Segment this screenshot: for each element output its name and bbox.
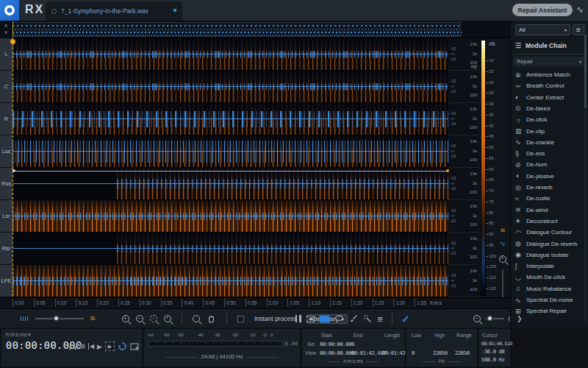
spectrogram-channel-Rss[interactable] (12, 168, 448, 200)
module-item-dialogue-isolate[interactable]: ◉Dialogue Isolate (515, 250, 580, 261)
module-item-de-plosive[interactable]: ◖De-plosive (515, 171, 580, 182)
sidebar-scrollbar[interactable] (584, 24, 587, 322)
magic-wand-tool[interactable] (363, 314, 372, 323)
spectrogram-channel-Rsr[interactable] (12, 233, 448, 265)
module-item-de-ess[interactable]: §De-ess (515, 148, 580, 159)
module-item-de-click[interactable]: ☼De-click (515, 114, 580, 125)
cursor-time: 00:01:40.519 (481, 341, 512, 346)
zoom-in-button[interactable]: + (122, 315, 129, 322)
meter-clip-indicator[interactable] (284, 342, 288, 346)
module-menu-button[interactable]: ≡ (573, 24, 584, 35)
blend-slider-knob[interactable] (53, 315, 60, 322)
spectrogram-channel-L[interactable] (12, 38, 448, 71)
spectrogram-blend-icon[interactable]: ≋ (90, 315, 96, 322)
module-item-de-clip[interactable]: ▥De-clip (515, 126, 580, 137)
channel-label-C[interactable]: C (0, 71, 12, 102)
play-selection-button[interactable]: ▶ (105, 342, 115, 351)
spectrogram-channel-C[interactable] (12, 71, 448, 103)
timeline-ruler[interactable]: h:m:s 0:000:050:100:150:200:250:300:350:… (0, 297, 510, 308)
module-item-spectral-repair[interactable]: ⊞Spectral Repair (515, 305, 580, 316)
repair-assistant-button[interactable]: Repair Assistant (512, 4, 573, 16)
module-item-dialogue-contour[interactable]: ◠Dialogue Contour (515, 227, 580, 238)
level-meter-bar (148, 341, 282, 347)
spectrogram-channel-R[interactable] (12, 103, 448, 135)
frequency-selection-tool-active[interactable] (320, 316, 329, 322)
time-format-label[interactable]: h:m:s.ms ▾ (6, 332, 142, 338)
spectrogram-canvas[interactable] (12, 38, 448, 297)
timeline-tick: 1:10 (309, 299, 320, 307)
module-item-dialogue-de-reverb[interactable]: ◍Dialogue De-reverb (515, 238, 580, 250)
lasso-tool[interactable] (334, 315, 344, 323)
module-item-center-extract[interactable]: ◐Center Extract (515, 92, 580, 103)
module-item-ambience-match[interactable]: ⊕Ambience Match (515, 69, 580, 80)
module-item-de-reverb[interactable]: ◎De-reverb (515, 182, 580, 193)
apply-check-icon[interactable]: ✓ (401, 314, 409, 325)
vertical-zoom-in-icon[interactable]: + (497, 255, 509, 263)
module-item-de-bleed[interactable]: ⊙De-bleed (515, 103, 580, 114)
zoom-selection-button[interactable]: ▫ (150, 315, 157, 322)
module-chain-item[interactable]: ☰ Module Chain (515, 40, 584, 52)
channel-label-LFE[interactable]: LFE (0, 265, 12, 297)
col-high: High (434, 333, 445, 338)
spectrogram-channel-Lsr[interactable] (12, 200, 448, 233)
zoom-reset-button[interactable]: * (164, 315, 171, 322)
overview-strip[interactable]: ∧∨ (0, 21, 510, 38)
scale-tick: -10 (450, 241, 456, 245)
split-handle-dot[interactable] (446, 169, 449, 172)
playhead-marker[interactable] (10, 39, 15, 44)
waveform-blend-icon[interactable] (21, 315, 29, 322)
channel-label-Lss[interactable]: Lss (0, 135, 12, 167)
repair-section-header[interactable]: Repair ▾ (514, 57, 584, 66)
module-filter-select[interactable]: All ▾ (515, 24, 570, 35)
waveform-view-icon[interactable]: ∿ (497, 240, 509, 247)
attenuation-lines-tool[interactable]: ≣ (377, 315, 383, 323)
hand-tool-button[interactable] (207, 314, 216, 324)
return-to-start-button[interactable]: ◀ (88, 343, 94, 350)
dialogue-isolate-icon: ◉ (515, 251, 526, 258)
legend-tick: 30 (489, 102, 494, 106)
monitor-headphones-button[interactable] (68, 342, 77, 350)
module-item-breath-control[interactable]: ∾Breath Control (515, 80, 580, 91)
sidebar-expander[interactable]: ❯ (517, 315, 523, 322)
sidebar-scrollbar-thumb[interactable] (584, 35, 587, 108)
time-selection-tool[interactable] (295, 315, 301, 322)
playhead-line[interactable] (12, 38, 13, 297)
module-item-de-hum[interactable]: ⊘De-hum (515, 159, 580, 170)
h-zoom-slider[interactable] (485, 318, 504, 319)
brush-tool[interactable] (349, 314, 358, 323)
module-item-spectral-de-noise[interactable]: ∿Spectral De-noise (515, 294, 580, 305)
overview-waveform[interactable] (12, 22, 462, 37)
channel-label-Rss[interactable]: Rss (0, 168, 12, 199)
overview-collapse-button[interactable]: ∧∨ (1, 22, 10, 37)
play-button[interactable]: ▶ (97, 342, 102, 351)
spectrogram-view-icon[interactable]: ≋ (497, 227, 509, 234)
channel-split-line[interactable] (12, 171, 448, 171)
signal-wave-icon[interactable]: ∿ (576, 4, 584, 15)
scale-tick: 1k (473, 149, 477, 153)
time-frequency-selection-tool[interactable] (306, 316, 315, 322)
spectrogram-channel-LFE[interactable] (12, 265, 448, 297)
record-button[interactable] (80, 344, 85, 349)
blend-slider[interactable] (35, 318, 84, 319)
loop-button[interactable] (118, 342, 127, 351)
tab-status-icon[interactable] (51, 9, 57, 14)
h-zoom-knob[interactable] (487, 315, 493, 322)
module-item-de-crackle[interactable]: ∿De-crackle (515, 137, 580, 148)
spectrogram-channel-Lss[interactable] (12, 135, 448, 168)
module-item-mouth-de-click[interactable]: ◡Mouth De-click (515, 272, 580, 283)
module-item-de-rustle[interactable]: ≈De-rustle (515, 193, 580, 204)
timeline-tick: 0:40 (182, 299, 193, 307)
channel-label-R[interactable]: R (0, 103, 12, 135)
instant-process-checkbox[interactable] (237, 316, 244, 322)
zoom-out-button[interactable]: − (136, 315, 143, 322)
module-item-music-rebalance[interactable]: ♫Music Rebalance (515, 283, 580, 294)
module-item-de-wind[interactable]: ≋De-wind (515, 205, 580, 216)
module-item-interpolate[interactable]: ʃInterpolate (515, 261, 580, 272)
channel-label-Lsr[interactable]: Lsr (0, 200, 12, 232)
channel-label-Rsr[interactable]: Rsr (0, 233, 12, 264)
zoom-tool-button[interactable] (193, 315, 200, 322)
playback-options-button[interactable] (130, 342, 139, 350)
h-zoom-out-button[interactable]: − (473, 315, 481, 322)
module-item-deconstruct[interactable]: ∗Deconstruct (515, 216, 580, 227)
file-tab[interactable]: 7_1-Symphony-in-the-Park.wav (46, 1, 182, 21)
